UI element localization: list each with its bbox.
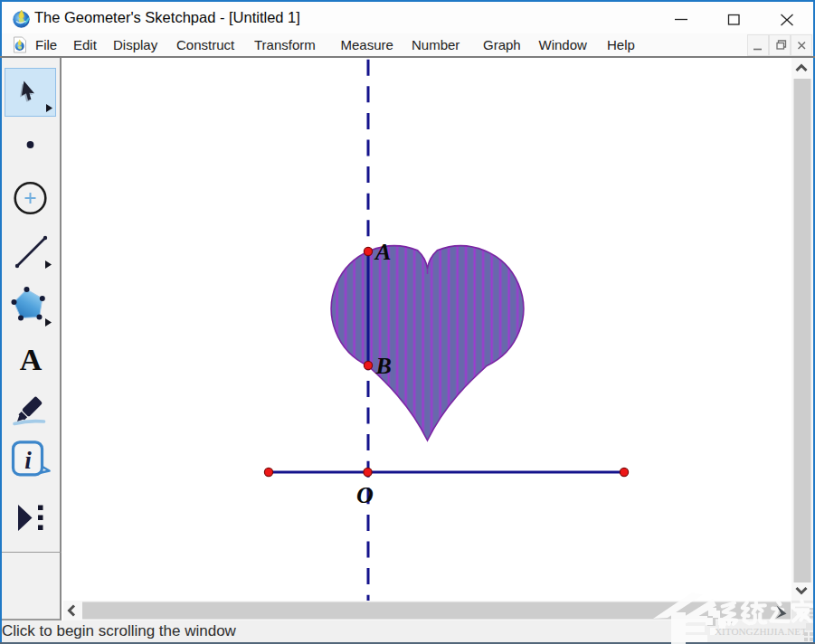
svg-text:A: A: [374, 239, 391, 265]
svg-text:XITONGZHIJIA.NET: XITONGZHIJIA.NET: [715, 627, 807, 637]
svg-text:i: i: [24, 447, 32, 474]
svg-text:B: B: [375, 353, 392, 379]
svg-text:O: O: [356, 482, 374, 508]
